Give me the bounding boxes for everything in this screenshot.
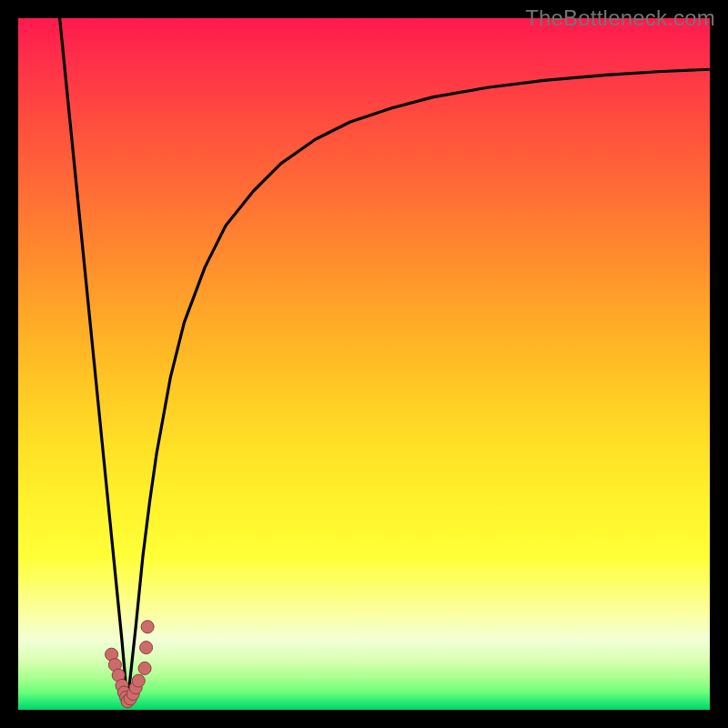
chart-container: TheBottleneck.com	[0, 0, 728, 728]
plot-area	[18, 18, 710, 710]
curve-layer	[18, 18, 710, 710]
marker-dot	[132, 674, 145, 687]
curve-right-branch	[127, 69, 710, 703]
watermark-text: TheBottleneck.com	[525, 5, 715, 31]
marker-dot	[141, 621, 154, 633]
marker-cluster	[106, 621, 155, 708]
marker-dot	[138, 662, 151, 674]
marker-dot	[140, 642, 153, 654]
curve-left-branch	[60, 18, 127, 703]
